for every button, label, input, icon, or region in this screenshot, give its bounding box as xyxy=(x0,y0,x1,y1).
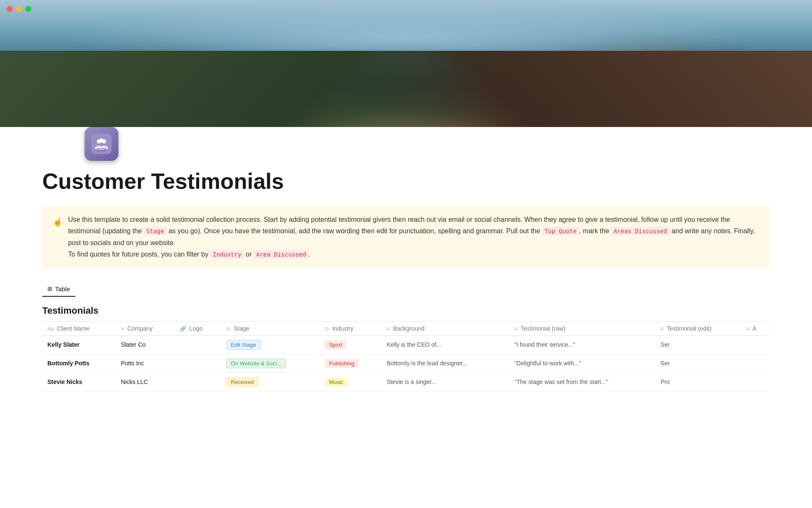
maximize-button[interactable] xyxy=(25,6,31,12)
cell-testimonial-raw: "I found their service..." xyxy=(509,335,656,354)
col-label-client-name: Client Name xyxy=(57,325,90,332)
col-label-company: Company xyxy=(127,325,153,332)
col-label-logo: Logo xyxy=(189,325,203,332)
col-header-company[interactable]: ≡ Company xyxy=(116,321,175,335)
traffic-lights xyxy=(7,6,31,12)
info-box-text: Use this template to create a solid test… xyxy=(68,214,760,260)
info-text-6: or xyxy=(244,251,254,258)
industry-tag: Publishing xyxy=(325,359,359,368)
cell-client-name: Stevie Nicks xyxy=(42,373,116,391)
cell-logo xyxy=(175,354,221,373)
svg-rect-5 xyxy=(98,149,105,150)
col-icon-testimonial-edit: ≡ xyxy=(661,326,664,332)
table-section: ⊞ Table Testimonials Aa Client Name ≡ xyxy=(42,282,770,392)
cell-industry: Publishing xyxy=(320,354,381,373)
table-row[interactable]: Stevie Nicks Nicks LLC Received Music St… xyxy=(42,373,770,391)
col-icon-background: ≡ xyxy=(387,326,390,332)
col-icon-industry: ⊙ xyxy=(325,326,329,332)
cell-stage: On Website & Soci... xyxy=(221,354,320,373)
cell-background: Stevie is a singer... xyxy=(381,373,509,391)
table-icon: ⊞ xyxy=(47,285,52,292)
cell-stage: Edit Stage xyxy=(221,335,320,354)
info-text-3: , mark the xyxy=(579,227,611,235)
cell-testimonial-edit: Ser xyxy=(656,335,741,354)
tag-stage: Stage xyxy=(144,227,167,235)
cell-testimonial-edit: Pro xyxy=(656,373,741,391)
cell-logo xyxy=(175,335,221,354)
table-header-row: Aa Client Name ≡ Company 🔗 Logo ⊙ xyxy=(42,321,770,335)
tag-top-quote: Top Quote xyxy=(542,227,579,235)
col-icon-aa: Aa xyxy=(47,326,54,332)
cell-a xyxy=(741,354,770,373)
info-text-7: . xyxy=(309,251,310,258)
testimonials-table: Aa Client Name ≡ Company 🔗 Logo ⊙ xyxy=(42,321,770,392)
col-icon-stage: ⊙ xyxy=(226,326,230,332)
table-title: Testimonials xyxy=(42,305,770,316)
cell-industry: Sport xyxy=(320,335,381,354)
page-icon-emoji xyxy=(85,127,118,161)
col-icon-testimonial-raw: ≡ xyxy=(514,326,517,332)
cell-client-name: Kelly Slater xyxy=(42,335,116,354)
info-text-2: as you go). Once you have the testimonia… xyxy=(167,227,542,235)
stage-badge: On Website & Soci... xyxy=(226,359,286,368)
col-label-industry: Industry xyxy=(332,325,354,332)
cell-a xyxy=(741,335,770,354)
cell-testimonial-edit: Ser xyxy=(656,354,741,373)
svg-point-3 xyxy=(99,138,104,143)
cell-testimonial-raw: "The stage was set from the start..." xyxy=(509,373,656,391)
tab-table[interactable]: ⊞ Table xyxy=(42,282,75,297)
col-header-industry[interactable]: ⊙ Industry xyxy=(320,321,381,335)
col-header-a[interactable]: ≡ A xyxy=(741,321,770,335)
page-icon xyxy=(85,127,118,161)
cell-company: Potts Inc xyxy=(116,354,175,373)
industry-tag: Music xyxy=(325,378,348,387)
cell-background: Bottomly is the lead designer... xyxy=(381,354,509,373)
minimize-button[interactable] xyxy=(16,6,22,12)
stage-badge: Edit Stage xyxy=(226,340,261,350)
table-wrapper: Aa Client Name ≡ Company 🔗 Logo ⊙ xyxy=(42,321,770,392)
page-title: Customer Testimonials xyxy=(42,169,770,193)
col-header-background[interactable]: ≡ Background xyxy=(381,321,509,335)
cell-background: Kelly is the CEO of... xyxy=(381,335,509,354)
cell-industry: Music xyxy=(320,373,381,391)
col-label-a: A xyxy=(752,325,756,332)
col-label-testimonial-edit: Testimonial (edit) xyxy=(667,325,712,332)
tag-industry: Industry xyxy=(210,250,244,259)
col-icon-logo: 🔗 xyxy=(180,326,186,332)
info-text-5: To find quotes for future posts, you can… xyxy=(68,251,210,258)
col-header-testimonial-raw[interactable]: ≡ Testimonial (raw) xyxy=(509,321,656,335)
cell-logo xyxy=(175,373,221,391)
col-header-testimonial-edit[interactable]: ≡ Testimonial (edit) xyxy=(656,321,741,335)
col-header-logo[interactable]: 🔗 Logo xyxy=(175,321,221,335)
cell-stage: Received xyxy=(221,373,320,391)
cell-company: Slater Co xyxy=(116,335,175,354)
info-box: ☝️ Use this template to create a solid t… xyxy=(42,205,770,268)
col-header-client-name[interactable]: Aa Client Name xyxy=(42,321,116,335)
view-tabs: ⊞ Table xyxy=(42,282,770,297)
table-row[interactable]: Bottomly Potts Potts Inc On Website & So… xyxy=(42,354,770,373)
col-icon-a: ≡ xyxy=(746,326,749,332)
col-label-testimonial-raw: Testimonial (raw) xyxy=(521,325,565,332)
info-box-emoji: ☝️ xyxy=(52,215,63,229)
cell-a xyxy=(741,373,770,391)
cell-testimonial-raw: "Delightful to work with..." xyxy=(509,354,656,373)
col-header-stage[interactable]: ⊙ Stage xyxy=(221,321,320,335)
cell-client-name: Bottomly Potts xyxy=(42,354,116,373)
table-row[interactable]: Kelly Slater Slater Co Edit Stage Sport … xyxy=(42,335,770,354)
stage-badge: Received xyxy=(226,377,258,387)
tag-area-discussed: Area Discussed xyxy=(254,250,309,259)
hero-banner xyxy=(0,0,812,127)
col-icon-company: ≡ xyxy=(121,326,124,332)
tag-areas-discussed: Areas Discussed xyxy=(611,227,669,235)
col-label-background: Background xyxy=(393,325,425,332)
tab-table-label: Table xyxy=(55,285,70,293)
industry-tag: Sport xyxy=(325,340,346,349)
cell-company: Nicks LLC xyxy=(116,373,175,391)
close-button[interactable] xyxy=(7,6,13,12)
col-label-stage: Stage xyxy=(234,325,250,332)
